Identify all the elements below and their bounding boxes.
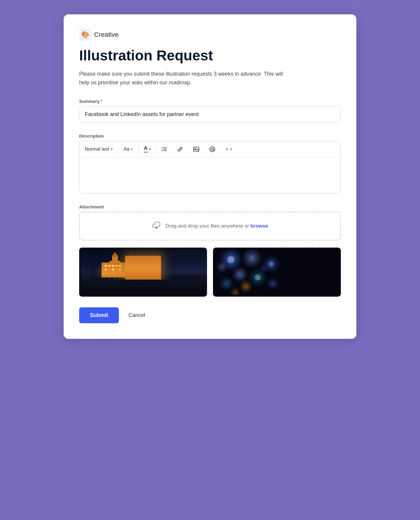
svg-rect-20	[112, 257, 118, 263]
submit-button[interactable]: Submit	[79, 307, 119, 323]
svg-rect-26	[119, 265, 121, 267]
required-indicator: *	[100, 99, 102, 104]
svg-rect-2	[163, 150, 167, 151]
svg-rect-28	[112, 269, 114, 270]
editor-body[interactable]	[79, 157, 341, 193]
svg-rect-27	[105, 269, 107, 270]
svg-rect-33	[119, 278, 119, 290]
editor-toolbar: Normal text ▾ Aa ▾ A ▾	[79, 141, 341, 157]
file-dropzone[interactable]: Drag and drop your files anywhere or bro…	[79, 212, 341, 240]
svg-point-48	[258, 263, 269, 274]
mention-button[interactable]	[204, 142, 220, 157]
svg-rect-24	[112, 265, 114, 267]
svg-point-13	[133, 251, 133, 252]
image-previews	[79, 248, 341, 297]
rich-text-editor[interactable]: Normal text ▾ Aa ▾ A ▾	[79, 141, 341, 193]
svg-rect-25	[115, 265, 118, 267]
svg-rect-23	[108, 265, 111, 267]
text-style-dropdown[interactable]: Normal text ▾	[79, 142, 118, 156]
image-icon	[193, 146, 200, 153]
actions-row: Submit Cancel	[79, 307, 341, 323]
svg-rect-0	[163, 147, 167, 148]
list-icon	[161, 146, 167, 152]
chevron-down-icon-3: ▾	[149, 147, 151, 151]
summary-input[interactable]	[79, 106, 341, 123]
svg-rect-22	[105, 265, 107, 267]
color-a-icon: A	[144, 145, 147, 153]
link-icon	[177, 146, 183, 153]
cancel-button[interactable]: Cancel	[125, 307, 149, 323]
attachment-preview-2	[213, 248, 341, 297]
brand-tag: 🎨 Creative	[79, 29, 341, 41]
dropzone-text: Drag and drop your files anywhere or bro…	[165, 223, 268, 229]
svg-point-9	[211, 148, 213, 150]
harbor-image	[79, 248, 151, 295]
svg-point-49	[239, 280, 252, 293]
bokeh-image	[213, 248, 285, 295]
attachment-label: Attachment	[79, 204, 341, 209]
svg-point-47	[216, 261, 228, 273]
page-description: Please make sure you submit these illust…	[79, 70, 288, 87]
form-card: 🎨 Creative Illustration Request Please m…	[64, 14, 356, 339]
browse-link[interactable]: browse	[250, 223, 268, 229]
svg-point-46	[266, 277, 279, 290]
svg-rect-1	[163, 149, 167, 150]
svg-point-41	[241, 248, 262, 269]
brand-icon: 🎨	[79, 29, 91, 41]
svg-point-11	[85, 252, 85, 253]
mention-icon	[209, 146, 216, 153]
svg-rect-32	[114, 278, 116, 290]
svg-point-5	[162, 150, 163, 151]
svg-point-14	[142, 255, 142, 255]
description-label: Description	[79, 133, 341, 138]
brand-name: Creative	[94, 31, 119, 39]
image-button[interactable]	[188, 142, 204, 157]
link-button[interactable]	[172, 142, 188, 157]
svg-point-52	[255, 275, 261, 280]
svg-point-8	[210, 147, 215, 152]
svg-rect-31	[109, 278, 110, 290]
svg-point-53	[269, 261, 274, 267]
chevron-down-icon: ▾	[111, 147, 113, 151]
svg-rect-30	[79, 277, 151, 295]
more-options-dropdown[interactable]: + ▾	[220, 142, 237, 156]
chevron-down-icon-2: ▾	[131, 147, 133, 151]
upload-cloud-icon	[152, 221, 161, 231]
chevron-down-icon-4: ▾	[230, 147, 232, 151]
page-title: Illustration Request	[79, 48, 341, 64]
svg-point-4	[162, 149, 163, 150]
svg-point-12	[95, 254, 96, 254]
svg-point-16	[121, 253, 121, 253]
svg-rect-29	[119, 269, 121, 270]
summary-field: Summary*	[79, 99, 341, 133]
summary-label: Summary*	[79, 99, 341, 104]
attachment-preview-1	[79, 248, 207, 297]
font-color-dropdown[interactable]: A ▾	[138, 141, 156, 157]
svg-point-3	[162, 147, 163, 148]
font-size-dropdown[interactable]: Aa ▾	[118, 142, 138, 156]
attachment-field: Attachment Drag and drop your files anyw…	[79, 204, 341, 297]
svg-point-15	[106, 251, 106, 251]
description-field: Description Normal text ▾ Aa ▾ A ▾	[79, 133, 341, 193]
list-button[interactable]	[157, 142, 172, 156]
svg-point-51	[227, 256, 234, 263]
